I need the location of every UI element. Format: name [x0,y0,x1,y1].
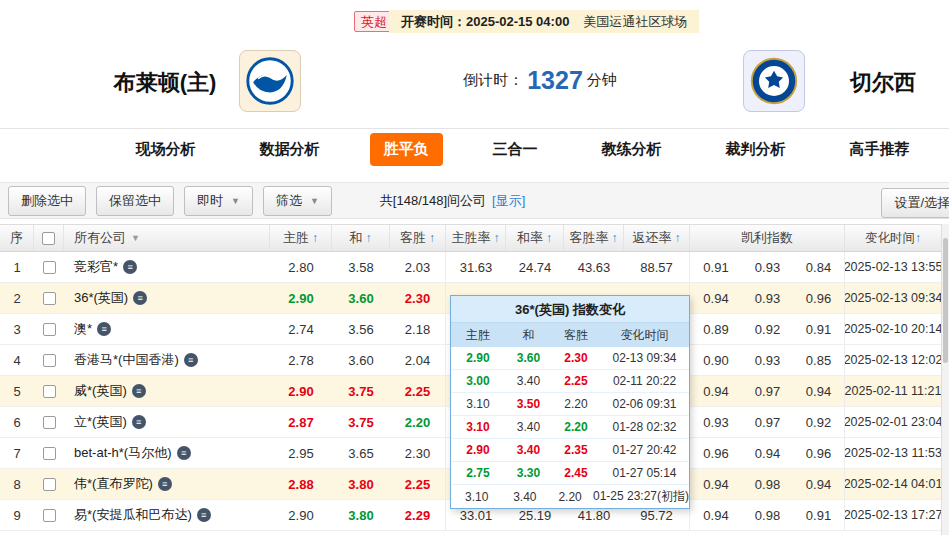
odds-history-icon[interactable]: ≡ [177,446,191,460]
time-mode-dropdown[interactable]: 即时▼ [184,186,253,216]
company-name[interactable]: 澳* [74,320,92,338]
sort-up-icon[interactable]: ↑ [612,231,618,245]
row-checkbox[interactable] [43,354,56,367]
nav-tab[interactable]: 现场分析 [122,133,210,166]
row-checkbox[interactable] [43,478,56,491]
sort-up-icon[interactable]: ↑ [675,231,681,245]
odds-away: 2.20 [390,407,446,437]
company-name[interactable]: 香港马*(中国香港) [74,351,179,369]
row-index: 5 [0,376,34,406]
nav-tab[interactable]: 三合一 [479,133,552,166]
row-index: 2 [0,283,34,313]
row-checkbox[interactable] [43,323,56,336]
col-header-draw-rate[interactable]: 和率↑ [506,225,564,251]
odds-history-icon[interactable]: ≡ [97,322,111,336]
row-checkbox[interactable] [43,261,56,274]
odds-draw: 3.56 [332,314,390,344]
nav-tab[interactable]: 胜平负 [370,133,443,166]
nav-tab[interactable]: 高手推荐 [836,133,924,166]
filter-dropdown[interactable]: 筛选▼ [263,186,332,216]
company-name[interactable]: 伟*(直布罗陀) [74,475,153,493]
row-checkbox[interactable] [43,385,56,398]
col-header-kelly[interactable]: 凯利指数 [690,225,845,251]
row-checkbox[interactable] [43,447,56,460]
popup-row: 3.003.402.2502-11 20:22 [451,370,689,393]
select-all-checkbox[interactable] [42,232,55,245]
company-name[interactable]: 36*(英国) [74,289,128,307]
odds-away: 2.03 [390,252,446,282]
popup-col-time: 变化时间 [600,323,689,347]
kelly-away: 0.91 [793,314,845,344]
company-count-text: 共[148/148]间公司 [380,193,486,208]
odds-history-icon[interactable]: ≡ [132,415,146,429]
company-name[interactable]: 威*(英国) [74,382,127,400]
scrollbar-thumb[interactable] [943,238,948,363]
change-time: 2025-02-13 11:53 [845,438,941,468]
row-index: 3 [0,314,34,344]
col-header-away[interactable]: 客胜↑ [390,225,446,251]
row-checkbox[interactable] [43,292,56,305]
popup-odds-away: 2.20 [547,485,593,508]
row-index: 4 [0,345,34,375]
kelly-draw: 0.93 [742,252,793,282]
popup-col-away: 客胜 [552,323,600,347]
company-cell: 澳*≡ [64,314,270,344]
countdown-label: 倒计时： [463,71,523,90]
row-checkbox-cell [34,283,64,313]
odds-home: 2.78 [270,345,332,375]
col-header-home[interactable]: 主胜↑ [270,225,332,251]
popup-row: 3.103.402.2001-25 23:27(初指) [451,485,689,508]
kelly-away: 0.85 [793,345,845,375]
company-name[interactable]: 竞彩官* [74,258,118,276]
odds-history-icon[interactable]: ≡ [133,291,147,305]
company-name[interactable]: 立*(英国) [74,413,127,431]
chevron-down-icon[interactable]: ▼ [131,233,140,243]
col-header-payout[interactable]: 返还率↑ [624,225,690,251]
col-label: 和 [350,229,363,247]
col-header-away-rate[interactable]: 客胜率↑ [564,225,624,251]
sort-up-icon[interactable]: ↑ [312,231,318,245]
delete-selected-button[interactable]: 删除选中 [8,186,86,216]
show-link[interactable]: [显示] [492,193,525,208]
away-team-name: 切尔西 [818,68,948,98]
kelly-draw: 0.93 [742,283,793,313]
col-header-draw[interactable]: 和↑ [332,225,390,251]
odds-history-icon[interactable]: ≡ [123,260,137,274]
col-header-home-rate[interactable]: 主胜率↑ [446,225,506,251]
nav-tab[interactable]: 数据分析 [246,133,334,166]
table-scrollbar[interactable] [941,224,949,535]
keep-selected-button[interactable]: 保留选中 [96,186,174,216]
company-name[interactable]: bet-at-h*(马尔他) [74,444,172,462]
odds-away: 2.04 [390,345,446,375]
popup-odds-draw: 3.40 [505,439,552,461]
odds-history-icon[interactable]: ≡ [184,353,198,367]
sort-up-icon[interactable]: ↑ [366,231,372,245]
table-row[interactable]: 1竞彩官*≡2.803.582.0331.6324.7443.6388.570.… [0,252,941,283]
row-checkbox[interactable] [43,416,56,429]
sort-up-icon[interactable]: ↑ [546,231,552,245]
sort-up-icon[interactable]: ↑ [494,231,500,245]
company-name[interactable]: 易*(安提瓜和巴布达) [74,506,192,524]
nav-tab[interactable]: 教练分析 [588,133,676,166]
chevron-down-icon: ▼ [231,196,240,206]
odds-draw: 3.80 [332,500,390,530]
popup-row: 3.103.402.2001-28 02:32 [451,416,689,439]
kelly-away: 0.84 [793,252,845,282]
change-time: 2025-02-10 20:14 [845,314,941,344]
odds-history-icon[interactable]: ≡ [158,477,172,491]
row-checkbox[interactable] [43,509,56,522]
popup-row: 2.903.602.3002-13 09:34 [451,347,689,370]
popup-odds-away: 2.45 [552,462,600,484]
popup-odds-draw: 3.40 [505,370,552,392]
sort-up-icon[interactable]: ↑ [915,231,921,245]
nav-tab[interactable]: 裁判分析 [712,133,800,166]
col-header-company[interactable]: 所有公司▼ [64,225,270,251]
odds-history-icon[interactable]: ≡ [197,508,211,522]
sort-up-icon[interactable]: ↑ [429,231,435,245]
odds-history-icon[interactable]: ≡ [132,384,146,398]
popup-odds-home: 3.10 [451,485,502,508]
popup-odds-draw: 3.40 [502,485,547,508]
settings-button[interactable]: 设置/选择 [881,188,949,218]
popup-odds-draw: 3.30 [505,462,552,484]
col-header-change-time[interactable]: 变化时间↑ [845,225,941,251]
